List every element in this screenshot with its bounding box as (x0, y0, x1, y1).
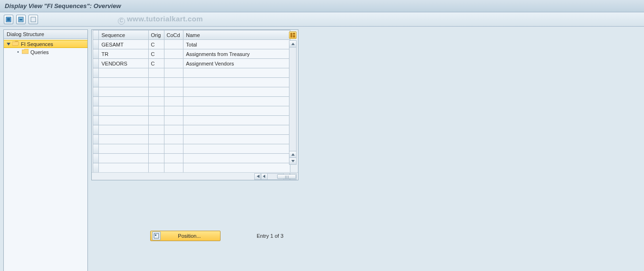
svg-marker-9 (291, 43, 295, 45)
svg-marker-5 (7, 43, 10, 46)
caret-down-icon[interactable] (7, 42, 10, 46)
tree-header: Dialog Structure (4, 30, 87, 39)
table-row-empty[interactable] (93, 125, 290, 135)
table-row-empty[interactable] (93, 106, 290, 116)
position-icon (152, 232, 161, 240)
svg-rect-20 (155, 234, 156, 236)
svg-marker-12 (257, 175, 260, 178)
position-button[interactable]: Position... (150, 231, 221, 241)
table-row-empty[interactable] (93, 116, 290, 125)
dialog-structure-panel: Dialog Structure FI Sequences • Queries (3, 29, 88, 271)
row-selector[interactable] (93, 68, 99, 78)
row-selector[interactable] (93, 163, 99, 173)
column-header-name[interactable]: Name (183, 30, 290, 40)
data-table: Sequence Orig CoCd Name GESAMTCTotalTRCA… (93, 30, 290, 173)
row-selector[interactable] (93, 78, 99, 87)
application-toolbar: Cwww.tutorialkart.com (0, 12, 644, 27)
vertical-scrollbar[interactable] (289, 40, 297, 165)
scroll-first-icon[interactable] (254, 173, 261, 180)
select-block-button[interactable] (16, 15, 26, 24)
cell-sequence[interactable]: VENDORS (99, 59, 148, 68)
column-header-sequence[interactable]: Sequence (99, 30, 148, 40)
table-row-empty[interactable] (93, 87, 290, 97)
scroll-up-icon[interactable] (289, 41, 296, 47)
svg-rect-4 (31, 17, 36, 22)
tree-node-label: Queries (30, 49, 49, 55)
cell-cocd[interactable] (164, 59, 183, 68)
svg-rect-3 (19, 19, 22, 20)
row-selector[interactable] (93, 154, 99, 163)
cell-name[interactable]: Assignments from Treasury (183, 49, 290, 59)
row-selector[interactable] (93, 144, 99, 154)
column-header-cocd[interactable]: CoCd (164, 30, 183, 40)
cell-cocd[interactable] (164, 40, 183, 49)
select-all-button[interactable] (4, 15, 13, 24)
table-row-empty[interactable] (93, 97, 290, 106)
svg-marker-11 (291, 160, 295, 162)
table-row-empty[interactable] (93, 144, 290, 154)
tree-node-queries[interactable]: • Queries (4, 48, 87, 56)
svg-rect-7 (293, 33, 295, 35)
cell-sequence[interactable]: GESAMT (99, 40, 148, 49)
row-selector[interactable] (93, 59, 99, 68)
entry-count: Entry 1 of 3 (257, 233, 283, 239)
h-scroll-track[interactable] (268, 173, 283, 180)
folder-open-icon (12, 41, 19, 47)
svg-rect-6 (290, 33, 292, 37)
table-row[interactable]: TRCAssignments from Treasury (93, 49, 290, 59)
row-selector[interactable] (93, 87, 99, 97)
watermark: Cwww.tutorialkart.com (118, 15, 203, 25)
svg-marker-13 (263, 175, 265, 178)
bullet-icon: • (16, 50, 20, 54)
svg-marker-10 (291, 153, 295, 156)
row-selector[interactable] (93, 40, 99, 49)
cell-orig[interactable]: C (148, 59, 164, 68)
tree-node-fi-sequences[interactable]: FI Sequences (4, 40, 87, 48)
column-header-orig[interactable]: Orig (148, 30, 164, 40)
row-selector[interactable] (93, 125, 99, 135)
cell-name[interactable]: Assignment Vendors (183, 59, 290, 68)
horizontal-scroll-area (92, 172, 298, 180)
position-button-label: Position... (165, 233, 220, 239)
svg-rect-16 (288, 176, 288, 178)
row-selector-header[interactable] (93, 30, 99, 40)
table-row[interactable]: GESAMTCTotal (93, 40, 290, 49)
svg-rect-8 (293, 35, 295, 37)
scroll-up-step-icon[interactable] (289, 151, 296, 158)
row-selector[interactable] (93, 97, 99, 106)
tree-node-label: FI Sequences (21, 41, 53, 47)
svg-rect-1 (7, 18, 10, 21)
h-scroll-thumb[interactable] (277, 174, 296, 179)
svg-rect-15 (287, 176, 287, 178)
table-row-empty[interactable] (93, 163, 290, 173)
deselect-button[interactable] (29, 15, 38, 24)
row-selector[interactable] (93, 49, 99, 59)
folder-closed-icon (22, 49, 29, 55)
table-row-empty[interactable] (93, 135, 290, 144)
cell-cocd[interactable] (164, 49, 183, 59)
table-settings-button[interactable] (289, 31, 297, 39)
tree-body: FI Sequences • Queries (4, 39, 87, 271)
cell-sequence[interactable]: TR (99, 49, 148, 59)
table-row-empty[interactable] (93, 68, 290, 78)
table-row[interactable]: VENDORSCAssignment Vendors (93, 59, 290, 68)
cell-orig[interactable]: C (148, 49, 164, 59)
svg-rect-14 (285, 176, 286, 178)
row-selector[interactable] (93, 116, 99, 125)
scroll-down-icon[interactable] (289, 158, 296, 164)
table-body: GESAMTCTotalTRCAssignments from Treasury… (93, 40, 290, 173)
table-panel: Sequence Orig CoCd Name GESAMTCTotalTRCA… (91, 29, 298, 180)
cell-orig[interactable]: C (148, 40, 164, 49)
cell-name[interactable]: Total (183, 40, 290, 49)
row-selector[interactable] (93, 106, 99, 116)
table-row-empty[interactable] (93, 154, 290, 163)
page-title: Display View "FI Sequences": Overview (5, 2, 121, 9)
scroll-left-icon[interactable] (261, 173, 268, 180)
table-row-empty[interactable] (93, 78, 290, 87)
row-selector[interactable] (93, 135, 99, 144)
